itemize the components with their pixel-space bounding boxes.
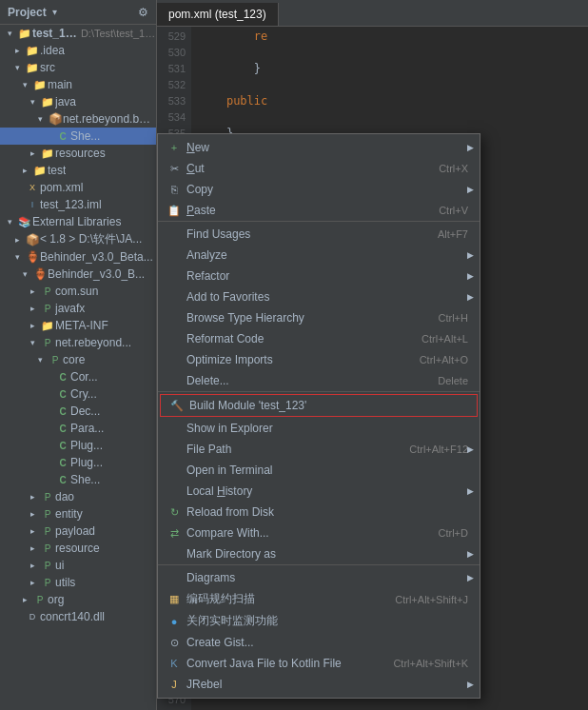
folder-icon: 📁	[40, 318, 55, 333]
menu-item-diagrams[interactable]: Diagrams	[158, 567, 480, 588]
menu-item-reformat[interactable]: Reformat Code Ctrl+Alt+L	[158, 328, 480, 349]
tree-item-net[interactable]: ▾ 📦 net.rebeyond.behinder.core	[0, 110, 156, 128]
tree-item-jdk[interactable]: ▸ 📦 < 1.8 > D:\软件\JA...	[0, 230, 156, 248]
hierarchy-icon	[166, 310, 183, 325]
chevron-icon: ▾	[15, 63, 25, 72]
tree-item-src[interactable]: ▾ 📁 src	[0, 59, 156, 76]
tree-label: core	[63, 353, 85, 366]
menu-label: Add to Favorites	[186, 290, 468, 304]
tree-item-payload[interactable]: ▸ P payload	[0, 523, 156, 540]
tree-item-cry[interactable]: C Cry...	[0, 385, 156, 403]
menu-item-delete[interactable]: Delete... Delete	[158, 370, 480, 392]
editor-tab-pom[interactable]: pom.xml (test_123)	[157, 3, 279, 26]
settings-icon[interactable]: ⚙	[138, 6, 148, 19]
explorer-icon	[166, 421, 183, 436]
line-num: 533	[157, 93, 191, 109]
tree-label: net.rebeyond.behinder.core	[63, 112, 156, 126]
line-num: 529	[157, 29, 191, 45]
chevron-spacer	[46, 372, 55, 382]
menu-item-convert-kotlin[interactable]: K Convert Java File to Kotlin File Ctrl+…	[158, 653, 480, 674]
menu-item-jrebel[interactable]: J JRebel	[158, 674, 480, 695]
tree-label: test	[48, 164, 66, 177]
tree-label: META-INF	[55, 319, 108, 332]
menu-shortcut: Ctrl+Alt+Shift+K	[393, 658, 468, 669]
tree-label: resource	[55, 542, 100, 555]
tree-item-org[interactable]: ▸ P org	[0, 591, 156, 608]
new-icon: +	[166, 140, 183, 155]
tree-item-pom[interactable]: X pom.xml	[0, 179, 156, 196]
editor-tab-bar: pom.xml (test_123)	[157, 0, 588, 27]
menu-item-find-usages[interactable]: Find Usages Alt+F7	[158, 224, 480, 245]
menu-item-browse-hierarchy[interactable]: Browse Type Hierarchy Ctrl+H	[158, 307, 480, 328]
menu-item-realtime-monitor[interactable]: ● 关闭实时监测功能	[158, 610, 480, 632]
tree-item-resources[interactable]: ▸ 📁 resources	[0, 145, 156, 162]
tree-item-test[interactable]: ▸ 📁 test	[0, 162, 156, 179]
menu-label: Copy	[186, 183, 468, 196]
tree-item-dec[interactable]: C Dec...	[0, 403, 156, 420]
tree-item-entity[interactable]: ▸ P entity	[0, 505, 156, 523]
menu-item-local-history[interactable]: Local History	[158, 481, 480, 502]
chevron-spacer	[46, 441, 55, 450]
menu-label: Diagrams	[186, 571, 468, 584]
tree-item-cor[interactable]: C Cor...	[0, 368, 156, 385]
tree-item-java[interactable]: ▾ 📁 java	[0, 93, 156, 110]
menu-item-paste[interactable]: 📋 Paste Ctrl+V	[158, 200, 480, 222]
chevron-icon: ▾	[38, 114, 48, 124]
menu-item-file-path[interactable]: File Path Ctrl+Alt+F12	[158, 439, 480, 460]
tree-item-test123[interactable]: ▾ 📁 test_123 D:\Test\test_123	[0, 25, 156, 42]
tree-item-ui[interactable]: ▸ P ui	[0, 557, 156, 574]
code-line: re	[199, 29, 580, 45]
tree-item-netrebeyond[interactable]: ▾ P net.rebeyond...	[0, 334, 156, 351]
menu-item-new[interactable]: + New	[158, 137, 480, 158]
paste-icon: 📋	[166, 203, 183, 218]
menu-item-open-terminal[interactable]: Open in Terminal	[158, 460, 480, 481]
tree-item-plug1[interactable]: C Plug...	[0, 437, 156, 454]
tree-item-shell[interactable]: C She...	[0, 128, 156, 145]
tree-item-plug2[interactable]: C Plug...	[0, 454, 156, 471]
tree-item-extlibs[interactable]: ▾ 📚 External Libraries	[0, 213, 156, 230]
tree-item-resource[interactable]: ▸ P resource	[0, 540, 156, 557]
tree-item-main[interactable]: ▾ 📁 main	[0, 76, 156, 93]
chevron-icon: ▾	[30, 97, 40, 107]
menu-item-reload-disk[interactable]: ↻ Reload from Disk	[158, 502, 480, 523]
tree-item-she[interactable]: C She...	[0, 471, 156, 488]
tree-item-idea[interactable]: ▸ 📁 .idea	[0, 42, 156, 59]
iml-icon: I	[25, 197, 40, 212]
menu-item-analyze[interactable]: Analyze	[158, 245, 480, 266]
tree-item-para[interactable]: C Para...	[0, 420, 156, 437]
tree-item-utils[interactable]: ▸ P utils	[0, 574, 156, 591]
tree-item-metainf[interactable]: ▸ 📁 META-INF	[0, 317, 156, 334]
tree-item-concrt[interactable]: D concrt140.dll	[0, 608, 156, 625]
menu-label: Build Module 'test_123'	[189, 399, 465, 412]
menu-item-show-explorer[interactable]: Show in Explorer	[158, 418, 480, 439]
menu-shortcut: Ctrl+Alt+Shift+J	[395, 594, 468, 605]
menu-item-cut[interactable]: ✂ Cut Ctrl+X	[158, 158, 480, 179]
tree-item-core[interactable]: ▾ P core	[0, 351, 156, 368]
tree-item-comsun[interactable]: ▸ P com.sun	[0, 283, 156, 300]
menu-item-create-gist[interactable]: ⊙ Create Gist...	[158, 632, 480, 653]
tree-item-behinder-b[interactable]: ▾ 🏺 Behinder_v3.0_B...	[0, 266, 156, 283]
menu-item-add-favorites[interactable]: Add to Favorites	[158, 286, 480, 307]
menu-item-compare[interactable]: ⇄ Compare With... Ctrl+D	[158, 523, 480, 543]
tree-item-javafx[interactable]: ▸ P javafx	[0, 300, 156, 317]
menu-item-mark-directory[interactable]: Mark Directory as	[158, 543, 480, 565]
tree-label: Cry...	[70, 387, 97, 401]
tree-item-dao[interactable]: ▸ P dao	[0, 488, 156, 505]
menu-shortcut: Delete	[438, 375, 468, 386]
chevron-icon: ▸	[30, 321, 40, 330]
package-icon: P	[40, 284, 55, 299]
menu-item-copy[interactable]: ⎘ Copy	[158, 179, 480, 200]
tree-label: Behinder_v3.0_Beta...	[40, 250, 153, 264]
menu-label: Analyze	[186, 248, 468, 262]
menu-item-refactor[interactable]: Refactor	[158, 266, 480, 286]
panel-header-icons: ⚙	[138, 6, 148, 19]
tree-label: resources	[55, 147, 106, 160]
menu-shortcut: Ctrl+Alt+L	[421, 333, 468, 345]
menu-item-optimize[interactable]: Optimize Imports Ctrl+Alt+O	[158, 349, 480, 370]
tree-item-iml[interactable]: I test_123.iml	[0, 196, 156, 213]
tree-item-behinder[interactable]: ▾ 🏺 Behinder_v3.0_Beta...	[0, 248, 156, 266]
menu-item-build-module[interactable]: 🔨 Build Module 'test_123'	[160, 394, 478, 417]
tree-label: Plug...	[70, 439, 103, 452]
menu-item-code-scan[interactable]: ▦ 编码规约扫描 Ctrl+Alt+Shift+J	[158, 588, 480, 610]
folder-icon: 📁	[32, 77, 48, 92]
